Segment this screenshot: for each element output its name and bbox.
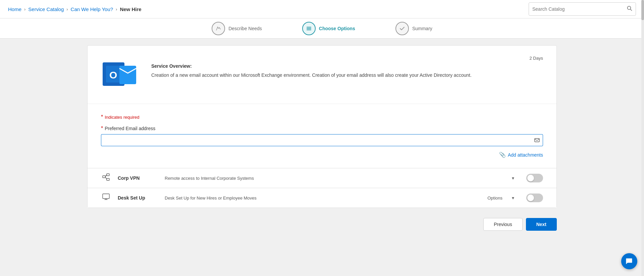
service-overview-section: O 2 Days Service Overview: Creation of a…: [88, 46, 556, 104]
email-label-text: Preferred Email address: [105, 126, 155, 131]
required-star-field: *: [101, 125, 103, 131]
svg-line-14: [105, 177, 107, 179]
required-star: *: [101, 114, 103, 120]
required-note-text: Indicates required: [105, 115, 139, 120]
chevron-icon-1: ›: [24, 7, 25, 12]
step-circle-summary: [395, 22, 409, 35]
corp-vpn-desc: Remote access to Internal Corporate Syst…: [165, 176, 505, 181]
chat-bubble[interactable]: [621, 253, 637, 269]
desk-setup-toggle[interactable]: [526, 194, 543, 202]
desk-setup-chevron[interactable]: ▾: [512, 195, 514, 201]
svg-rect-10: [103, 176, 105, 178]
footer-buttons: Previous Next: [0, 211, 644, 237]
step-label-summary: Summary: [412, 26, 432, 31]
attachments-row[interactable]: 📎 Add attachments: [101, 152, 543, 158]
svg-line-13: [105, 175, 107, 177]
svg-rect-9: [535, 139, 539, 142]
corp-vpn-toggle[interactable]: [526, 174, 543, 182]
search-icon: [627, 6, 632, 12]
step-label-choose: Choose Options: [319, 26, 355, 31]
desk-setup-name: Desk Set Up: [118, 195, 158, 201]
step-label-describe: Describe Needs: [228, 26, 262, 31]
corp-vpn-chevron[interactable]: ▾: [512, 175, 514, 181]
item-row-desk-setup: Desk Set Up Desk Set Up for New Hires or…: [88, 188, 556, 208]
breadcrumb: Home › Service Catalog › Can We Help You…: [8, 6, 142, 12]
service-info: 2 Days Service Overview: Creation of a n…: [151, 56, 543, 94]
chevron-icon-3: ›: [116, 7, 117, 12]
desk-setup-desc: Desk Set Up for New Hires or Employee Mo…: [165, 196, 481, 201]
svg-rect-12: [107, 178, 109, 180]
step-describe-needs[interactable]: Describe Needs: [192, 22, 282, 35]
service-description: Creation of a new email account within o…: [151, 71, 543, 79]
corp-vpn-slider: [526, 174, 543, 182]
previous-button[interactable]: Previous: [483, 218, 522, 231]
email-input[interactable]: [101, 134, 531, 146]
required-note: * Indicates required: [101, 114, 543, 120]
svg-rect-4: [307, 30, 311, 30]
stepper-bar: Describe Needs Choose Options Summary: [0, 18, 644, 39]
service-overview-label: Service Overview:: [151, 63, 543, 69]
step-circle-describe: [212, 22, 225, 35]
breadcrumb-can-we-help[interactable]: Can We Help You?: [71, 6, 113, 12]
search-container: [529, 2, 636, 16]
svg-rect-15: [103, 194, 109, 199]
search-input[interactable]: [532, 6, 627, 12]
service-icon-container: O: [101, 56, 138, 94]
scroll-thumb[interactable]: [641, 0, 644, 20]
attachment-icon: 📎: [499, 152, 506, 158]
outlook-icon: O: [101, 56, 138, 93]
breadcrumb-home[interactable]: Home: [8, 6, 21, 12]
item-row-corp-vpn: Corp VPN Remote access to Internal Corpo…: [88, 168, 556, 188]
svg-rect-2: [307, 27, 311, 27]
step-circle-choose: [302, 22, 316, 35]
desk-setup-slider: [526, 194, 543, 202]
breadcrumb-current: New Hire: [120, 6, 141, 12]
main-content: O 2 Days Service Overview: Creation of a…: [0, 45, 644, 208]
email-icon-button[interactable]: [531, 134, 543, 146]
corp-vpn-name: Corp VPN: [118, 175, 158, 181]
scroll-indicator: [641, 0, 644, 276]
top-nav: Home › Service Catalog › Can We Help You…: [0, 0, 644, 18]
items-list: Corp VPN Remote access to Internal Corpo…: [88, 168, 556, 208]
svg-line-1: [631, 9, 632, 11]
svg-text:O: O: [109, 69, 117, 80]
step-summary[interactable]: Summary: [375, 22, 452, 35]
form-section: * Indicates required * Preferred Email a…: [88, 104, 556, 168]
corp-vpn-icon: [101, 173, 111, 183]
svg-rect-8: [119, 66, 136, 84]
chat-icon: [625, 257, 633, 265]
email-field-label: * Preferred Email address: [101, 125, 543, 131]
breadcrumb-service-catalog[interactable]: Service Catalog: [28, 6, 64, 12]
days-badge: 2 Days: [151, 56, 543, 61]
step-choose-options[interactable]: Choose Options: [282, 22, 375, 35]
attachments-label: Add attachments: [508, 152, 543, 158]
email-field-row: [101, 134, 543, 146]
next-button[interactable]: Next: [526, 218, 557, 231]
desk-setup-icon: [101, 193, 111, 203]
svg-rect-11: [107, 174, 109, 176]
main-card: O 2 Days Service Overview: Creation of a…: [87, 45, 557, 208]
chevron-icon-2: ›: [66, 7, 68, 12]
svg-rect-3: [307, 28, 311, 29]
desk-setup-options-label: Options: [487, 196, 502, 201]
